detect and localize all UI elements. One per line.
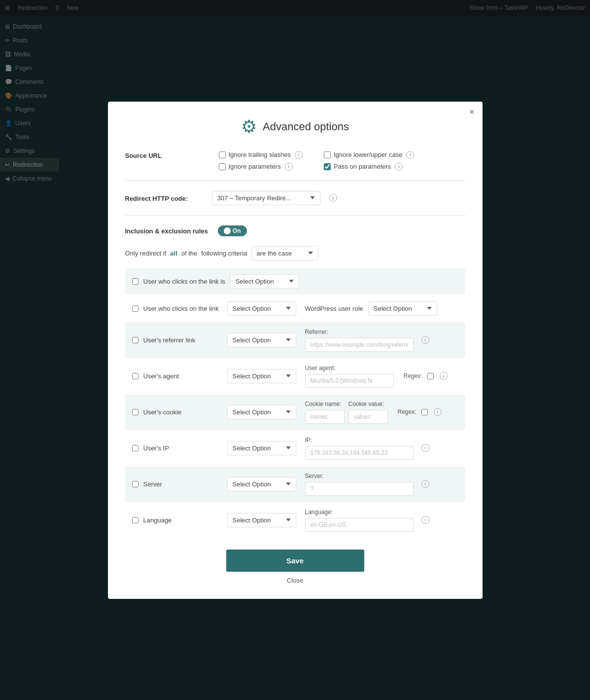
rule-server-checkbox[interactable] (132, 481, 139, 487)
rule-cookie-checkbox[interactable] (132, 409, 139, 415)
gear-icon: ⚙ (241, 116, 257, 137)
ip-text-input[interactable] (305, 446, 414, 460)
ignore-lower-upper-label: Ignore lower/upper case (334, 151, 402, 158)
user-agent-text-input[interactable] (305, 374, 394, 388)
rule-agent-label: User's agent (143, 372, 222, 380)
criteria-select[interactable]: are the case are not the case (251, 246, 318, 260)
ignore-lower-upper-row[interactable]: Ignore lower/upper case i (324, 151, 414, 159)
cookie-name-group: Cookie name: (305, 401, 345, 424)
language-info[interactable]: i (421, 516, 429, 524)
server-info[interactable]: i (421, 480, 429, 488)
criteria-prefix: Only redirect if (125, 250, 167, 257)
toggle-label: On (233, 227, 241, 234)
referrer-info[interactable]: i (421, 336, 429, 344)
rule-row-language: Language Select Option Language: i (125, 503, 465, 538)
rule-row-user-link: User who clicks on the link Select Optio… (125, 295, 465, 322)
ignore-lower-upper-info[interactable]: i (406, 151, 414, 159)
modal-header: ⚙ Advanced options (125, 116, 465, 137)
pass-on-parameters-row[interactable]: Pass on parameters i (324, 163, 414, 171)
modal-close-button[interactable]: × (469, 108, 475, 116)
ignore-trailing-slashes-label: Ignore trailing slashes (229, 151, 291, 158)
source-url-label: Source URL (125, 151, 204, 159)
rule-referrer-select[interactable]: Select Option (227, 333, 296, 347)
rule-server-label: Server (143, 480, 222, 488)
cookie-name-input[interactable] (305, 410, 345, 424)
rule-row-user-agent: User's agent Select Option User agent: R… (125, 359, 465, 394)
redirect-http-section: Redirect HTTP code: 307 – Temporary Redi… (125, 191, 465, 205)
toggle-dot (224, 227, 231, 234)
pass-on-parameters-checkbox[interactable] (324, 163, 331, 170)
ignore-parameters-checkbox[interactable] (219, 163, 226, 170)
rule-cookie-label: User's cookie (143, 408, 222, 416)
cookie-regex-checkbox[interactable] (421, 409, 428, 415)
criteria-highlight: all (170, 250, 177, 257)
rule-ip-label: User's IP (143, 444, 222, 452)
redirect-http-info[interactable]: i (329, 194, 337, 202)
modal-dialog: × ⚙ Advanced options Source URL Ignore t… (108, 102, 483, 599)
language-text-input[interactable] (305, 518, 414, 532)
modal-title: Advanced options (263, 120, 349, 133)
ignore-parameters-label: Ignore parameters (229, 163, 281, 170)
redirect-http-select[interactable]: 307 – Temporary Redire... (212, 191, 320, 205)
rule-user-link-checkbox[interactable] (132, 305, 139, 312)
rule-cookie-select[interactable]: Select Option (227, 405, 296, 419)
rule-wp-user-role-select[interactable]: Select Option (368, 301, 437, 316)
ip-input-label: IP: (305, 437, 414, 443)
ignore-parameters-info[interactable]: i (285, 163, 293, 171)
rule-server-select[interactable]: Select Option (227, 477, 296, 491)
server-text-input[interactable] (305, 482, 414, 496)
ignore-trailing-slashes-info[interactable]: i (295, 151, 303, 159)
server-input-label: Server: (305, 473, 414, 479)
redirect-http-label: Redirect HTTP code: (125, 194, 204, 202)
pass-on-parameters-label: Pass on parameters (334, 163, 391, 170)
pass-on-parameters-info[interactable]: i (395, 163, 403, 171)
inclusion-section: Inclusion & exclusion rules On (125, 225, 465, 236)
cookie-value-label: Cookie value: (348, 401, 388, 407)
rule-ip-select[interactable]: Select Option (227, 441, 296, 455)
language-input-group: Language: (305, 509, 414, 532)
referrer-text-input[interactable] (305, 338, 414, 352)
rule-user-link-label: User who clicks on the link (143, 305, 222, 312)
rule-agent-checkbox[interactable] (132, 373, 139, 379)
rule-language-select[interactable]: Select Option (227, 513, 296, 527)
save-button[interactable]: Save (226, 550, 364, 572)
rule-user-link-select[interactable]: Select Option (227, 301, 296, 316)
agent-regex-checkbox[interactable] (427, 373, 434, 379)
ignore-lower-upper-checkbox[interactable] (324, 151, 331, 158)
wp-user-role-label: WordPress user role (305, 305, 363, 312)
ignore-trailing-slashes-checkbox[interactable] (219, 151, 226, 158)
agent-input-group: User agent: (305, 365, 394, 388)
rule-user-link-is-checkbox[interactable] (132, 278, 139, 285)
rule-user-link-is-label: User who clicks on the link is (143, 278, 225, 285)
cookie-info[interactable]: i (434, 408, 442, 416)
rule-referrer-checkbox[interactable] (132, 337, 139, 343)
criteria-row: Only redirect if all of the following cr… (125, 246, 465, 260)
rule-language-checkbox[interactable] (132, 517, 139, 523)
modal-overlay[interactable]: × ⚙ Advanced options Source URL Ignore t… (0, 0, 590, 700)
cookie-value-input[interactable] (348, 410, 388, 424)
rule-language-label: Language (143, 516, 222, 524)
inclusion-label: Inclusion & exclusion rules (125, 226, 208, 235)
close-link[interactable]: Close (287, 577, 303, 584)
referrer-input-label: Referrer: (305, 329, 414, 335)
rule-user-link-is-select[interactable]: Select Option (230, 274, 299, 289)
rule-row-referrer-link: User's referrer link Select Option Refer… (125, 323, 465, 358)
rule-referrer-label: User's referrer link (143, 336, 222, 344)
source-url-section: Source URL Ignore trailing slashes i Ign… (125, 151, 465, 171)
agent-regex-label: Regex: (404, 372, 422, 379)
referrer-input-group: Referrer: (305, 329, 414, 352)
ignore-trailing-slashes-row[interactable]: Ignore trailing slashes i (219, 151, 309, 159)
ip-info[interactable]: i (421, 444, 429, 452)
rule-row-user-link-is: User who clicks on the link is Select Op… (125, 268, 465, 295)
rule-row-server: Server Select Option Server: i (125, 467, 465, 502)
source-url-options: Ignore trailing slashes i Ignore lower/u… (219, 151, 415, 171)
rule-row-user-cookie: User's cookie Select Option Cookie name:… (125, 395, 465, 430)
ip-input-group: IP: (305, 437, 414, 460)
rule-ip-checkbox[interactable] (132, 445, 139, 451)
ignore-parameters-row[interactable]: Ignore parameters i (219, 163, 309, 171)
inclusion-toggle[interactable]: On (218, 225, 247, 236)
rule-agent-select[interactable]: Select Option (227, 369, 296, 383)
agent-info[interactable]: i (440, 372, 448, 380)
language-input-label: Language: (305, 509, 414, 516)
cookie-value-group: Cookie value: (348, 401, 388, 424)
